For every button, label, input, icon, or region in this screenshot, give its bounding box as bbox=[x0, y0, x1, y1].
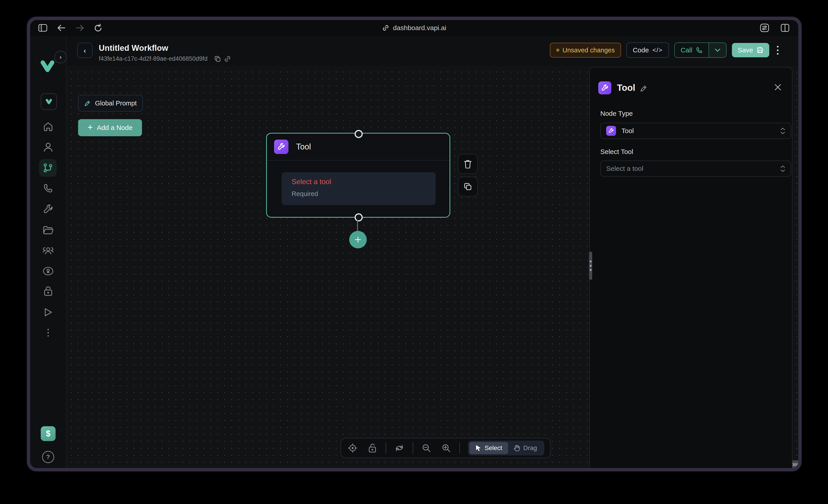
select-chevrons-icon bbox=[780, 128, 785, 134]
sidebar-item-more-icon[interactable] bbox=[47, 329, 49, 336]
panel-title: Tool bbox=[617, 83, 635, 93]
help-icon[interactable]: ? bbox=[42, 451, 54, 463]
wrench-icon bbox=[598, 81, 611, 94]
sidebar-item-tools[interactable] bbox=[43, 204, 53, 215]
call-split-button[interactable]: Call bbox=[674, 43, 727, 58]
node-target-handle[interactable] bbox=[355, 130, 363, 138]
fit-view-icon[interactable] bbox=[346, 442, 359, 455]
node-title: Tool bbox=[296, 142, 311, 151]
add-node-button[interactable]: + Add a Node bbox=[78, 119, 142, 136]
add-next-node-button[interactable] bbox=[349, 231, 367, 248]
code-icon: </> bbox=[653, 47, 663, 54]
copy-id-icon[interactable] bbox=[214, 55, 221, 63]
select-mode-button[interactable]: Select bbox=[469, 442, 508, 454]
refresh-layout-icon[interactable] bbox=[393, 442, 406, 455]
node-error-card[interactable]: Select a tool Required bbox=[282, 172, 436, 205]
save-button[interactable]: Save bbox=[732, 43, 769, 57]
pointer-mode-toggle: Select Drag bbox=[468, 441, 544, 455]
canvas-toolbar: Select Drag bbox=[341, 438, 551, 458]
sidebar-item-test-suites[interactable] bbox=[43, 307, 53, 317]
duplicate-node-button[interactable] bbox=[458, 177, 478, 196]
tool-node[interactable]: Tool Select a tool Required bbox=[266, 133, 450, 218]
pending-edge bbox=[357, 220, 358, 232]
global-prompt-button[interactable]: Global Prompt bbox=[78, 95, 143, 111]
billing-button[interactable]: $ bbox=[41, 426, 55, 441]
split-view-icon[interactable] bbox=[781, 24, 789, 32]
wrench-icon bbox=[274, 140, 288, 154]
url-text: dashboard.vapi.ai bbox=[393, 24, 446, 32]
node-type-select[interactable]: Tool bbox=[600, 123, 791, 139]
dollar-icon: $ bbox=[46, 429, 50, 439]
screenshot-root: dashboard.vapi.ai bbox=[0, 0, 828, 504]
select-chevrons-icon bbox=[780, 166, 785, 172]
select-tool-select[interactable]: Select a tool bbox=[600, 161, 791, 177]
zoom-in-icon[interactable] bbox=[440, 442, 453, 455]
link-icon bbox=[382, 25, 389, 31]
sidebar-item-phone-numbers[interactable] bbox=[43, 183, 53, 193]
sidebar-item-files[interactable] bbox=[43, 225, 53, 235]
workflow-id: f43fe14a-c17c-4d2f-89ae-ed406850d9fd bbox=[99, 55, 207, 62]
unsaved-changes-badge: Unsaved changes bbox=[550, 43, 621, 57]
node-type-value: Tool bbox=[621, 127, 634, 135]
status-dot bbox=[556, 49, 560, 52]
node-error-text: Select a tool bbox=[292, 178, 331, 186]
select-tool-placeholder: Select a tool bbox=[606, 165, 643, 173]
vapi-logo bbox=[40, 60, 55, 74]
reader-settings-icon[interactable] bbox=[760, 24, 769, 32]
pencil-icon bbox=[84, 100, 91, 106]
sidebar-item-home[interactable] bbox=[43, 122, 53, 132]
sidebar-expand-button[interactable]: › bbox=[54, 51, 67, 63]
link-id-icon[interactable] bbox=[224, 55, 231, 63]
node-config-panel: Tool Node Type Tool bbox=[589, 67, 792, 468]
sidebar-item-api-keys[interactable] bbox=[43, 286, 53, 296]
sidebar-item-assistants[interactable] bbox=[43, 142, 53, 152]
browser-toolbar: dashboard.vapi.ai bbox=[30, 20, 798, 36]
save-icon bbox=[757, 47, 763, 53]
sidebar-item-org-switcher[interactable] bbox=[41, 93, 57, 110]
code-button[interactable]: Code </> bbox=[626, 43, 669, 58]
node-type-label: Node Type bbox=[600, 110, 633, 117]
drag-mode-button[interactable]: Drag bbox=[508, 442, 543, 454]
sidebar-item-squads[interactable] bbox=[42, 245, 54, 256]
delete-node-button[interactable] bbox=[458, 154, 478, 174]
node-required-text: Required bbox=[292, 190, 318, 197]
panel-resize-handle[interactable] bbox=[589, 251, 592, 280]
app-sidebar: $ ? bbox=[30, 36, 67, 468]
close-panel-icon[interactable] bbox=[771, 81, 785, 94]
wrench-icon bbox=[606, 126, 616, 136]
sidebar-item-workflows[interactable] bbox=[39, 159, 57, 177]
edit-title-pencil-icon[interactable] bbox=[640, 85, 648, 93]
lock-toggle-icon[interactable] bbox=[366, 442, 379, 455]
hand-icon bbox=[514, 445, 520, 451]
back-button[interactable]: ‹ bbox=[77, 43, 92, 58]
more-options-kebab-icon[interactable] bbox=[775, 45, 781, 56]
phone-icon bbox=[696, 47, 703, 53]
call-dropdown-chevron-icon[interactable] bbox=[708, 43, 726, 57]
node-source-handle[interactable] bbox=[355, 213, 363, 221]
browser-window-content: dashboard.vapi.ai bbox=[30, 20, 798, 468]
sidebar-item-provider-keys[interactable] bbox=[43, 266, 53, 276]
page-title: Untitled Workflow bbox=[99, 43, 168, 53]
zoom-out-icon[interactable] bbox=[420, 442, 433, 455]
select-tool-label: Select Tool bbox=[600, 148, 633, 155]
cursor-icon bbox=[475, 445, 482, 451]
address-bar[interactable]: dashboard.vapi.ai bbox=[30, 20, 798, 36]
